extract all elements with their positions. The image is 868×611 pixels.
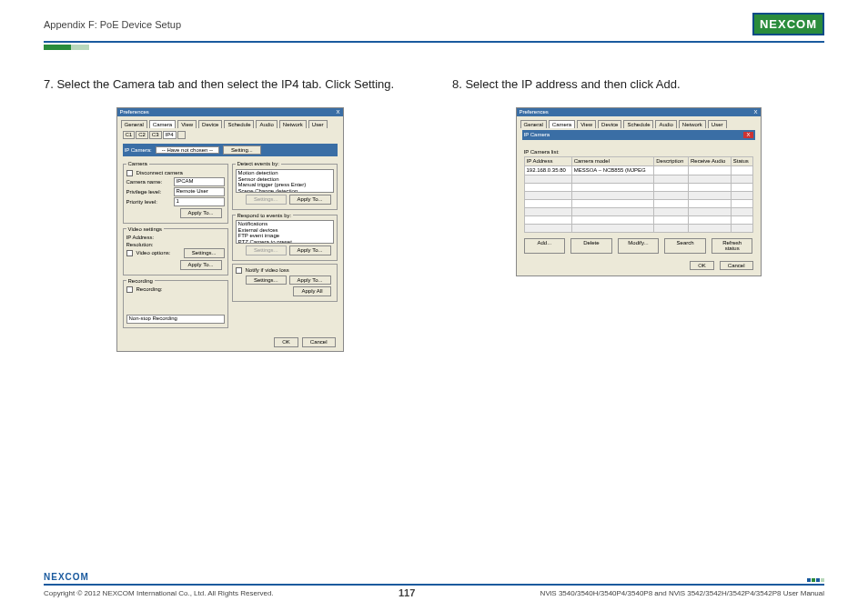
table-row	[524, 224, 752, 232]
cell-ip[interactable]: 192.168.0.35:80	[524, 165, 571, 175]
video-settings-button[interactable]: Settings...	[184, 248, 225, 258]
screenshot-ip-camera-list: Preferences X General Camera View Device…	[516, 107, 762, 276]
refresh-status-button[interactable]: Refresh status	[712, 238, 753, 254]
list-item[interactable]: Motion detection	[237, 170, 333, 176]
list-item[interactable]: Sensor detection	[237, 176, 333, 183]
respond-apply-to-button[interactable]: Apply To...	[289, 245, 331, 255]
subtab-blank[interactable]	[177, 131, 186, 139]
table-row	[524, 199, 752, 207]
ip-camera-bar: IP Camera X	[522, 130, 755, 140]
close-icon[interactable]: X	[336, 109, 339, 115]
priority-select[interactable]: 1	[174, 197, 225, 206]
privilege-select[interactable]: Remote User	[174, 187, 225, 196]
recording-mode-select[interactable]: Non-stop Recording	[126, 315, 225, 324]
camera-apply-to-button[interactable]: Apply To...	[180, 208, 222, 218]
notify-loss-checkbox[interactable]	[236, 267, 242, 274]
detect-events-fieldset: Detect events by: Motion detection Senso…	[232, 161, 338, 209]
col-audio[interactable]: Receive Audio	[689, 157, 732, 166]
cell-status[interactable]	[731, 165, 752, 175]
list-item[interactable]: FTP event image	[237, 233, 333, 239]
recording-legend: Recording	[126, 278, 155, 285]
tab-network[interactable]: Network	[279, 120, 307, 129]
tab-device[interactable]: Device	[198, 120, 222, 129]
tab-network[interactable]: Network	[679, 120, 706, 129]
tab-schedule[interactable]: Schedule	[224, 120, 254, 129]
close-icon[interactable]: X	[743, 132, 752, 138]
table-row	[524, 183, 752, 191]
detect-apply-to-button[interactable]: Apply To...	[289, 195, 331, 205]
page-footer: NEXCOM Copyright © 2012 NEXCOM Internati…	[0, 572, 868, 598]
video-settings-legend: Video settings	[126, 226, 165, 233]
subtab-c2[interactable]: C2	[136, 131, 148, 139]
brand-logo: NEXCOM	[752, 13, 824, 35]
screenshot-preferences-camera: Preferences X General Camera View Device…	[116, 107, 344, 352]
cell-audio[interactable]	[689, 165, 732, 175]
video-apply-to-button[interactable]: Apply To...	[180, 260, 222, 270]
cancel-button[interactable]: Cancel	[302, 337, 336, 347]
tab-camera[interactable]: Camera	[149, 120, 176, 129]
cell-model[interactable]: MESSOA – NCB855 (MJPEG	[571, 165, 654, 175]
tab-view[interactable]: View	[177, 120, 197, 129]
respond-list[interactable]: Notifications External devices FTP event…	[236, 220, 334, 244]
tab-general[interactable]: General	[520, 120, 547, 129]
disconnect-checkbox[interactable]	[126, 170, 133, 176]
col-status[interactable]: Status	[731, 157, 752, 166]
col-model[interactable]: Camera model	[571, 157, 654, 166]
tab-audio[interactable]: Audio	[256, 120, 277, 129]
modify-button[interactable]: Modify...	[618, 238, 660, 254]
tab-user[interactable]: User	[708, 120, 727, 129]
list-item[interactable]: Notifications	[237, 221, 333, 227]
tab-user[interactable]: User	[308, 120, 328, 129]
camera-subtabs: C1 C2 C3 IP4	[117, 128, 343, 142]
ip-camera-select[interactable]: -- Have not chosen --	[156, 146, 219, 155]
add-button[interactable]: Add...	[524, 238, 566, 254]
tab-camera[interactable]: Camera	[549, 120, 575, 129]
subtab-c3[interactable]: C3	[149, 131, 162, 139]
dialog-title: Preferences	[120, 109, 149, 115]
manual-title: NViS 3540/3540H/3540P4/3540P8 and NViS 3…	[540, 589, 824, 597]
page-header: Appendix F: PoE Device Setup NEXCOM	[0, 0, 868, 41]
brand-logo-text: NEXCOM	[752, 13, 824, 35]
tab-device[interactable]: Device	[598, 120, 621, 129]
notify-apply-to-button[interactable]: Apply To...	[289, 275, 331, 285]
list-item[interactable]: External devices	[237, 227, 333, 234]
content-area: 7. Select the Camera tab and then select…	[0, 50, 868, 352]
tab-view[interactable]: View	[577, 120, 596, 129]
tab-general[interactable]: General	[121, 120, 147, 129]
list-item[interactable]: PTZ Camera to preset	[237, 239, 333, 244]
apply-all-button[interactable]: Apply All	[293, 286, 330, 296]
tab-schedule[interactable]: Schedule	[623, 120, 653, 129]
subtab-c1[interactable]: C1	[123, 131, 136, 139]
list-item[interactable]: Scene Change detection	[237, 188, 333, 193]
table-row[interactable]: 192.168.0.35:80 MESSOA – NCB855 (MJPEG	[524, 165, 752, 175]
main-tabs-2: General Camera View Device Schedule Audi…	[517, 116, 761, 129]
video-options-checkbox[interactable]	[126, 250, 133, 256]
recording-fieldset: Recording Recording: Non-stop Recording	[123, 278, 228, 329]
cancel-button[interactable]: Cancel	[720, 261, 753, 271]
video-settings-fieldset: Video settings IP Address: Resolution: V…	[123, 226, 228, 275]
footer-brand: NEXCOM	[44, 572, 89, 582]
dialog-title: Preferences	[520, 109, 549, 115]
col-desc[interactable]: Description	[654, 157, 689, 166]
table-row	[524, 175, 752, 183]
close-icon[interactable]: X	[753, 109, 757, 115]
col-ip[interactable]: IP Address	[524, 157, 571, 166]
ip-camera-table[interactable]: IP Address Camera model Description Rece…	[524, 156, 753, 232]
subtab-ip4[interactable]: IP4	[163, 131, 177, 139]
camera-name-input[interactable]: IPCAM	[174, 177, 225, 186]
detect-list[interactable]: Motion detection Sensor detection Manual…	[236, 169, 334, 193]
step-7-text: 7. Select the Camera tab and then select…	[44, 77, 416, 91]
recording-checkbox[interactable]	[126, 286, 133, 293]
setting-button[interactable]: Setting...	[223, 145, 261, 155]
video-options-label: Video options:	[136, 250, 182, 256]
delete-button[interactable]: Delete	[570, 238, 612, 254]
search-button[interactable]: Search	[664, 238, 706, 254]
ok-button[interactable]: OK	[274, 337, 298, 347]
list-item[interactable]: Manual trigger (press Enter)	[237, 182, 333, 188]
cell-desc[interactable]	[654, 165, 689, 175]
camera-fieldset: Camera Disconnect camera Camera name:IPC…	[123, 161, 228, 223]
tab-audio[interactable]: Audio	[655, 120, 676, 129]
notify-settings-button[interactable]: Settings...	[246, 275, 287, 285]
ok-button[interactable]: OK	[690, 261, 714, 271]
resolution-label: Resolution:	[126, 242, 225, 248]
